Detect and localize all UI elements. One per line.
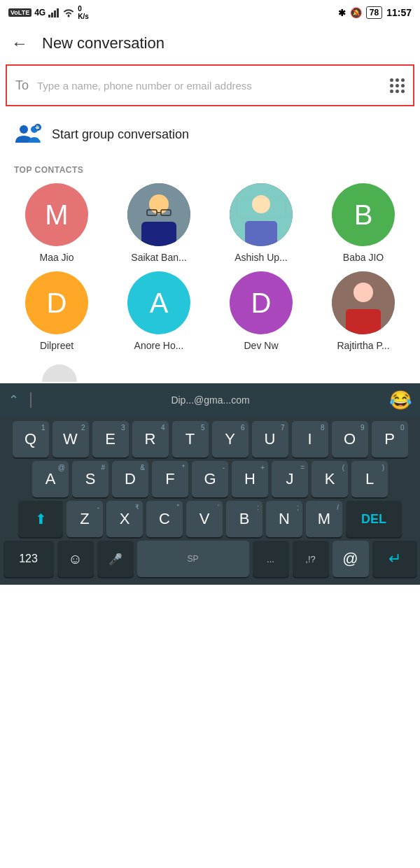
key-m[interactable]: /M [306, 501, 342, 537]
avatar-dev: D [230, 271, 293, 334]
battery-indicator: 78 [366, 6, 382, 19]
to-label: To [15, 78, 29, 93]
key-d[interactable]: &D [112, 461, 148, 497]
contact-name-ashish: Ashish Up... [213, 252, 309, 263]
start-group-button[interactable]: + Start group conversation [0, 109, 420, 159]
svg-rect-24 [346, 309, 381, 334]
contact-saikat[interactable]: Saikat Ban... [111, 183, 207, 263]
key-ellipsis[interactable]: ... [253, 541, 289, 577]
svg-text:+: + [35, 124, 39, 131]
data-speed: 0K/s [78, 5, 89, 20]
key-v[interactable]: 'V [186, 501, 223, 537]
key-shift[interactable]: ⬆ [18, 501, 63, 537]
svg-rect-14 [141, 222, 176, 246]
svg-rect-3 [57, 8, 59, 17]
avatar-saikat [127, 183, 190, 246]
wifi-icon [62, 8, 75, 17]
avatar-ashish [230, 183, 293, 246]
emoji-suggestion[interactable]: 😂 [389, 390, 412, 411]
status-bar: VoLTE 4G 0K/s ✱ 🔕 78 11:57 [0, 0, 420, 25]
top-contacts-header: TOP CONTACTS [0, 159, 420, 183]
svg-rect-20 [245, 221, 277, 246]
contact-maa-jio[interactable]: M Maa Jio [8, 183, 105, 263]
key-z[interactable]: -Z [66, 501, 103, 537]
keyboard-row-3: ⬆ -Z ₹X "C 'V :B ;N /M DEL [3, 501, 417, 537]
cursor-line [30, 392, 31, 408]
key-y[interactable]: 6Y [212, 421, 248, 457]
key-l[interactable]: )L [351, 461, 388, 497]
svg-point-19 [252, 195, 270, 213]
status-left: VoLTE 4G 0K/s [8, 5, 89, 20]
contact-rajtirtha[interactable]: Rajtirtha P... [315, 271, 412, 351]
key-p[interactable]: 0P [372, 421, 408, 457]
to-field[interactable]: To Type a name, phone number or email ad… [6, 64, 414, 106]
key-s[interactable]: #S [72, 461, 108, 497]
svg-point-13 [149, 194, 169, 214]
key-a[interactable]: @A [32, 461, 69, 497]
svg-rect-2 [54, 10, 56, 17]
key-h[interactable]: +H [232, 461, 268, 497]
key-c[interactable]: "C [146, 501, 183, 537]
contacts-grid: M Maa Jio Saikat Ban... [0, 183, 420, 362]
key-t[interactable]: 5T [172, 421, 209, 457]
key-u[interactable]: 7U [252, 421, 288, 457]
key-emoji[interactable]: ☺ [57, 541, 94, 577]
key-at[interactable]: @ [332, 541, 369, 577]
keyboard-suggestion-bar: ⌃ Dip...@gma...com 😂 [0, 383, 420, 417]
avatar-rajtirtha [332, 271, 395, 334]
contact-anore[interactable]: A Anore Ho... [111, 271, 207, 351]
contacts-grid-icon[interactable] [390, 78, 405, 93]
avatar-baba-jio: B [332, 183, 395, 246]
svg-point-4 [68, 15, 70, 17]
key-e[interactable]: 3E [92, 421, 129, 457]
contact-baba-jio[interactable]: B Baba JIO [315, 183, 412, 263]
bluetooth-icon: ✱ [338, 8, 346, 18]
back-button[interactable]: ← [11, 34, 28, 53]
group-icon: + [14, 120, 42, 148]
svg-rect-1 [51, 13, 53, 17]
signal-icon [48, 8, 59, 17]
start-group-label: Start group conversation [52, 127, 189, 142]
key-mic[interactable]: 🎤 [97, 541, 134, 577]
suggestion-text[interactable]: Dip...@gma...com [38, 394, 382, 406]
contact-dilpreet[interactable]: D Dilpreet [8, 271, 105, 351]
contact-name-maa-jio: Maa Jio [8, 252, 105, 263]
avatar-anore: A [127, 271, 190, 334]
contact-name-rajtirtha: Rajtirtha P... [315, 340, 412, 351]
key-g[interactable]: -G [192, 461, 228, 497]
key-123[interactable]: 123 [4, 541, 54, 577]
key-q[interactable]: 1Q [13, 421, 49, 457]
key-space[interactable]: SP [137, 541, 249, 577]
contact-name-baba-jio: Baba JIO [315, 252, 412, 263]
keyboard: 1Q 2W 3E 4R 5T 6Y 7U 8I 9O 0P @A #S &D *… [0, 417, 420, 585]
keyboard-row-2: @A #S &D *F -G +H =J (K )L [3, 461, 417, 497]
key-b[interactable]: :B [226, 501, 262, 537]
contact-ashish[interactable]: Ashish Up... [213, 183, 309, 263]
avatar-dilpreet: D [25, 271, 88, 334]
key-enter[interactable]: ↵ [372, 541, 417, 577]
key-j[interactable]: =J [272, 461, 308, 497]
key-r[interactable]: 4R [132, 421, 169, 457]
key-x[interactable]: ₹X [106, 501, 143, 537]
key-o[interactable]: 9O [332, 421, 368, 457]
header: ← New conversation [0, 25, 420, 62]
contact-name-dev: Dev Nw [213, 340, 309, 351]
key-k[interactable]: (K [312, 461, 348, 497]
keyboard-row-1: 1Q 2W 3E 4R 5T 6Y 7U 8I 9O 0P [3, 421, 417, 457]
key-i[interactable]: 8I [292, 421, 328, 457]
key-punctuation[interactable]: ,!? [293, 541, 329, 577]
key-f[interactable]: *F [152, 461, 188, 497]
contact-name-saikat: Saikat Ban... [111, 252, 207, 263]
status-right: ✱ 🔕 78 11:57 [338, 6, 412, 19]
key-delete[interactable]: DEL [346, 501, 402, 537]
volte-badge: VoLTE [8, 8, 31, 17]
key-w[interactable]: 2W [52, 421, 89, 457]
contact-name-anore: Anore Ho... [111, 340, 207, 351]
more-contacts-hint [0, 362, 420, 383]
clock: 11:57 [386, 7, 412, 18]
recipient-input-placeholder: Type a name, phone number or email addre… [37, 78, 384, 93]
key-n[interactable]: ;N [266, 501, 302, 537]
contact-dev[interactable]: D Dev Nw [213, 271, 309, 351]
chevron-up-icon[interactable]: ⌃ [8, 392, 19, 408]
svg-point-5 [20, 125, 28, 134]
